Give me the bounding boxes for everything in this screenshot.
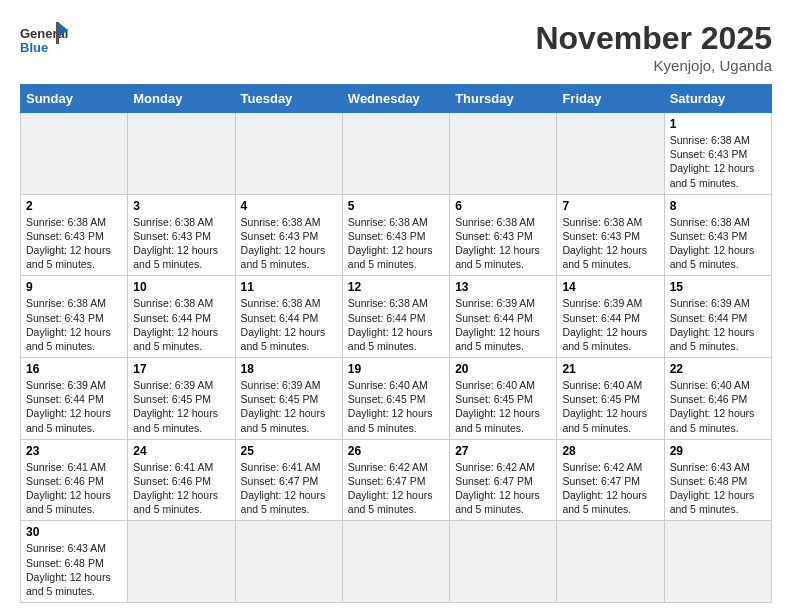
day-info: Sunrise: 6:42 AM Sunset: 6:47 PM Dayligh… xyxy=(562,460,658,517)
calendar-cell: 18Sunrise: 6:39 AM Sunset: 6:45 PM Dayli… xyxy=(235,358,342,440)
calendar-cell: 17Sunrise: 6:39 AM Sunset: 6:45 PM Dayli… xyxy=(128,358,235,440)
calendar-cell: 14Sunrise: 6:39 AM Sunset: 6:44 PM Dayli… xyxy=(557,276,664,358)
day-number: 8 xyxy=(670,199,766,213)
calendar-cell: 28Sunrise: 6:42 AM Sunset: 6:47 PM Dayli… xyxy=(557,439,664,521)
calendar-cell: 16Sunrise: 6:39 AM Sunset: 6:44 PM Dayli… xyxy=(21,358,128,440)
day-info: Sunrise: 6:40 AM Sunset: 6:45 PM Dayligh… xyxy=(348,378,444,435)
day-number: 12 xyxy=(348,280,444,294)
calendar-cell: 8Sunrise: 6:38 AM Sunset: 6:43 PM Daylig… xyxy=(664,194,771,276)
day-number: 13 xyxy=(455,280,551,294)
week-row-1: 2Sunrise: 6:38 AM Sunset: 6:43 PM Daylig… xyxy=(21,194,772,276)
day-info: Sunrise: 6:39 AM Sunset: 6:45 PM Dayligh… xyxy=(133,378,229,435)
day-number: 26 xyxy=(348,444,444,458)
day-info: Sunrise: 6:39 AM Sunset: 6:44 PM Dayligh… xyxy=(562,296,658,353)
title-block: November 2025 Kyenjojo, Uganda xyxy=(535,20,772,74)
calendar-cell xyxy=(235,113,342,195)
weekday-header-thursday: Thursday xyxy=(450,85,557,113)
day-info: Sunrise: 6:40 AM Sunset: 6:45 PM Dayligh… xyxy=(455,378,551,435)
day-number: 17 xyxy=(133,362,229,376)
day-number: 25 xyxy=(241,444,337,458)
calendar-cell: 21Sunrise: 6:40 AM Sunset: 6:45 PM Dayli… xyxy=(557,358,664,440)
calendar-cell xyxy=(128,521,235,603)
calendar-cell: 22Sunrise: 6:40 AM Sunset: 6:46 PM Dayli… xyxy=(664,358,771,440)
week-row-3: 16Sunrise: 6:39 AM Sunset: 6:44 PM Dayli… xyxy=(21,358,772,440)
page-header: General Blue November 2025 Kyenjojo, Uga… xyxy=(20,20,772,74)
calendar-cell: 23Sunrise: 6:41 AM Sunset: 6:46 PM Dayli… xyxy=(21,439,128,521)
calendar-cell xyxy=(557,113,664,195)
calendar-cell: 20Sunrise: 6:40 AM Sunset: 6:45 PM Dayli… xyxy=(450,358,557,440)
day-info: Sunrise: 6:38 AM Sunset: 6:43 PM Dayligh… xyxy=(26,296,122,353)
calendar-cell: 1Sunrise: 6:38 AM Sunset: 6:43 PM Daylig… xyxy=(664,113,771,195)
day-number: 27 xyxy=(455,444,551,458)
weekday-header-tuesday: Tuesday xyxy=(235,85,342,113)
weekday-header-saturday: Saturday xyxy=(664,85,771,113)
week-row-0: 1Sunrise: 6:38 AM Sunset: 6:43 PM Daylig… xyxy=(21,113,772,195)
day-number: 21 xyxy=(562,362,658,376)
day-info: Sunrise: 6:42 AM Sunset: 6:47 PM Dayligh… xyxy=(348,460,444,517)
day-number: 20 xyxy=(455,362,551,376)
day-info: Sunrise: 6:40 AM Sunset: 6:45 PM Dayligh… xyxy=(562,378,658,435)
day-number: 28 xyxy=(562,444,658,458)
day-info: Sunrise: 6:41 AM Sunset: 6:46 PM Dayligh… xyxy=(26,460,122,517)
day-number: 16 xyxy=(26,362,122,376)
month-title: November 2025 xyxy=(535,20,772,57)
day-info: Sunrise: 6:40 AM Sunset: 6:46 PM Dayligh… xyxy=(670,378,766,435)
calendar-cell: 30Sunrise: 6:43 AM Sunset: 6:48 PM Dayli… xyxy=(21,521,128,603)
week-row-4: 23Sunrise: 6:41 AM Sunset: 6:46 PM Dayli… xyxy=(21,439,772,521)
day-number: 1 xyxy=(670,117,766,131)
day-number: 6 xyxy=(455,199,551,213)
day-info: Sunrise: 6:38 AM Sunset: 6:43 PM Dayligh… xyxy=(348,215,444,272)
calendar-cell xyxy=(557,521,664,603)
day-number: 18 xyxy=(241,362,337,376)
day-info: Sunrise: 6:38 AM Sunset: 6:43 PM Dayligh… xyxy=(241,215,337,272)
calendar-cell: 29Sunrise: 6:43 AM Sunset: 6:48 PM Dayli… xyxy=(664,439,771,521)
day-number: 3 xyxy=(133,199,229,213)
calendar-cell: 7Sunrise: 6:38 AM Sunset: 6:43 PM Daylig… xyxy=(557,194,664,276)
day-info: Sunrise: 6:38 AM Sunset: 6:44 PM Dayligh… xyxy=(133,296,229,353)
weekday-header-wednesday: Wednesday xyxy=(342,85,449,113)
svg-rect-3 xyxy=(56,22,59,44)
calendar-cell: 4Sunrise: 6:38 AM Sunset: 6:43 PM Daylig… xyxy=(235,194,342,276)
calendar-cell: 6Sunrise: 6:38 AM Sunset: 6:43 PM Daylig… xyxy=(450,194,557,276)
calendar-table: SundayMondayTuesdayWednesdayThursdayFrid… xyxy=(20,84,772,603)
calendar-cell: 9Sunrise: 6:38 AM Sunset: 6:43 PM Daylig… xyxy=(21,276,128,358)
calendar-cell: 10Sunrise: 6:38 AM Sunset: 6:44 PM Dayli… xyxy=(128,276,235,358)
day-info: Sunrise: 6:43 AM Sunset: 6:48 PM Dayligh… xyxy=(26,541,122,598)
calendar-cell: 13Sunrise: 6:39 AM Sunset: 6:44 PM Dayli… xyxy=(450,276,557,358)
calendar-cell: 5Sunrise: 6:38 AM Sunset: 6:43 PM Daylig… xyxy=(342,194,449,276)
calendar-cell: 12Sunrise: 6:38 AM Sunset: 6:44 PM Dayli… xyxy=(342,276,449,358)
day-number: 15 xyxy=(670,280,766,294)
day-info: Sunrise: 6:39 AM Sunset: 6:44 PM Dayligh… xyxy=(26,378,122,435)
calendar-cell: 2Sunrise: 6:38 AM Sunset: 6:43 PM Daylig… xyxy=(21,194,128,276)
day-info: Sunrise: 6:41 AM Sunset: 6:47 PM Dayligh… xyxy=(241,460,337,517)
day-info: Sunrise: 6:38 AM Sunset: 6:43 PM Dayligh… xyxy=(562,215,658,272)
day-number: 9 xyxy=(26,280,122,294)
location: Kyenjojo, Uganda xyxy=(535,57,772,74)
calendar-cell xyxy=(21,113,128,195)
day-info: Sunrise: 6:38 AM Sunset: 6:43 PM Dayligh… xyxy=(455,215,551,272)
day-info: Sunrise: 6:38 AM Sunset: 6:43 PM Dayligh… xyxy=(670,215,766,272)
logo: General Blue xyxy=(20,20,68,58)
calendar-cell xyxy=(664,521,771,603)
day-number: 30 xyxy=(26,525,122,539)
calendar-cell xyxy=(450,521,557,603)
calendar-cell: 24Sunrise: 6:41 AM Sunset: 6:46 PM Dayli… xyxy=(128,439,235,521)
weekday-header-row: SundayMondayTuesdayWednesdayThursdayFrid… xyxy=(21,85,772,113)
day-info: Sunrise: 6:38 AM Sunset: 6:43 PM Dayligh… xyxy=(670,133,766,190)
weekday-header-friday: Friday xyxy=(557,85,664,113)
day-info: Sunrise: 6:38 AM Sunset: 6:43 PM Dayligh… xyxy=(26,215,122,272)
logo-icon: General Blue xyxy=(20,20,68,58)
day-info: Sunrise: 6:43 AM Sunset: 6:48 PM Dayligh… xyxy=(670,460,766,517)
weekday-header-monday: Monday xyxy=(128,85,235,113)
day-number: 10 xyxy=(133,280,229,294)
calendar-cell xyxy=(342,521,449,603)
week-row-5: 30Sunrise: 6:43 AM Sunset: 6:48 PM Dayli… xyxy=(21,521,772,603)
day-info: Sunrise: 6:39 AM Sunset: 6:45 PM Dayligh… xyxy=(241,378,337,435)
calendar-cell: 27Sunrise: 6:42 AM Sunset: 6:47 PM Dayli… xyxy=(450,439,557,521)
day-number: 23 xyxy=(26,444,122,458)
calendar-cell: 19Sunrise: 6:40 AM Sunset: 6:45 PM Dayli… xyxy=(342,358,449,440)
calendar-cell: 11Sunrise: 6:38 AM Sunset: 6:44 PM Dayli… xyxy=(235,276,342,358)
calendar-cell: 26Sunrise: 6:42 AM Sunset: 6:47 PM Dayli… xyxy=(342,439,449,521)
day-number: 19 xyxy=(348,362,444,376)
week-row-2: 9Sunrise: 6:38 AM Sunset: 6:43 PM Daylig… xyxy=(21,276,772,358)
